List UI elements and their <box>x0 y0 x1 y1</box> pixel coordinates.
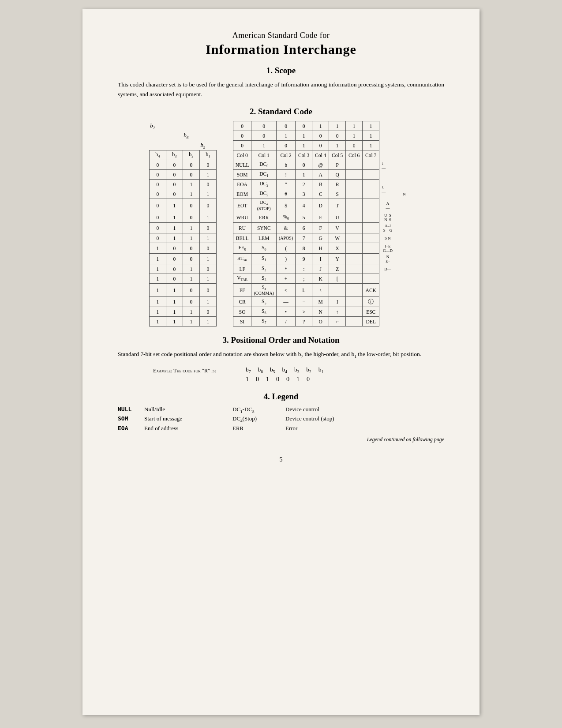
table-row: 1001 HTSKS1)9IY NE– <box>149 254 412 264</box>
legend-abbr-eoa: EOA <box>118 425 144 432</box>
table-row: 1111 SIS7/?O←DEL <box>149 317 412 326</box>
table-row: 1100 FFS4(COMMA)<L\ACK <box>149 284 412 297</box>
legend-abbr2-dc: DC1-DC8 <box>232 406 285 414</box>
legend-note: Legend continued on following page <box>118 436 444 443</box>
positional-text: Standard 7-bit set code positional order… <box>118 349 444 360</box>
table-row: 1011 VTABS3+;K[ <box>149 274 412 284</box>
header-b7-row: b7 0 0 0 0 1 1 1 1 <box>149 121 412 131</box>
header-b6-row: b6 0 0 1 1 0 0 1 1 <box>149 131 412 141</box>
scope-heading: 1. Scope <box>118 66 444 75</box>
page-number: 5 <box>118 456 444 463</box>
legend-desc-eoa: End of address <box>144 425 232 432</box>
title-small: American Standard Code for <box>118 31 444 40</box>
table-row: 0000 NULLDC0b0@P ↓–– <box>149 160 412 170</box>
b6-label: b6 <box>183 131 233 141</box>
legend-desc-som: Start of message <box>144 415 232 423</box>
table-row: 1010 LFS2*:JZ D–– <box>149 264 412 274</box>
table-row: 0100 EOTDC4(STOP)$4DT A–– <box>149 199 412 212</box>
header-bits-row: b4 b3 b2 b1 Col 0 Col 1 Col 2 Col 3 Col … <box>149 150 412 160</box>
example-block: Example: The code for “R” is: b7 b6 b5 b… <box>153 366 444 383</box>
b7-label: b7 <box>149 121 233 131</box>
table-row: 1110 SOS6•>N↑ESC <box>149 307 412 317</box>
table-row: 0001 SOMDC1!1AQ <box>149 170 412 180</box>
bit-values: 1 0 1 0 0 1 0 <box>246 376 310 383</box>
example-label: Example: The code for “R” is: <box>153 368 246 374</box>
legend-abbr-null: NULL <box>118 406 144 414</box>
positional-heading: 3. Positional Order and Notation <box>118 335 444 345</box>
legend-desc2-dcstop: Device control (stop) <box>285 415 444 423</box>
b5-label: b5 <box>199 141 233 150</box>
ascii-table: b7 0 0 0 0 1 1 1 1 b6 0 0 1 <box>149 121 413 326</box>
table-row: 0010 EOADC2“2BR U–– <box>149 180 412 189</box>
legend-heading: 4. Legend <box>118 392 444 402</box>
table-row: 1101 CRS5—=MΙⓘ <box>149 297 412 307</box>
standard-code-heading: 2. Standard Code <box>118 107 444 116</box>
scope-text: This coded character set is to be used f… <box>118 80 444 99</box>
legend-abbr2-err: ERR <box>232 425 285 432</box>
legend-abbr2-dcstop: DC4(Stop) <box>232 415 285 423</box>
title-large: Information Interchange <box>118 42 444 57</box>
header-b5-row: b5 0 1 0 1 0 1 0 1 <box>149 141 412 150</box>
legend-grid: NULL Null/Idle DC1-DC8 Device control SO… <box>118 406 444 432</box>
table-row: 1000 FE0S0(8HX I–EG––D <box>149 243 412 254</box>
table-row: 0111 BELLLEM(APOS)7GW S N <box>149 233 412 243</box>
legend-desc2-dc: Device control <box>285 406 444 414</box>
bit-headers: b7 b6 b5 b4 b3 b2 b1 <box>246 366 323 374</box>
page: American Standard Code for Information I… <box>82 9 480 715</box>
table-row: 0101 WRUERR%05EU U–SN S <box>149 212 412 223</box>
legend-desc-null: Null/Idle <box>144 406 232 414</box>
table-row: 0011 EOMDC3#3CS N <box>149 189 412 199</box>
table-container: b7 0 0 0 0 1 1 1 1 b6 0 0 1 <box>118 121 444 326</box>
table-row: 0110 RUSYNC&6FV A–IS––G <box>149 223 412 233</box>
legend-abbr-som: SOM <box>118 415 144 423</box>
legend-desc2-err: Error <box>285 425 444 432</box>
